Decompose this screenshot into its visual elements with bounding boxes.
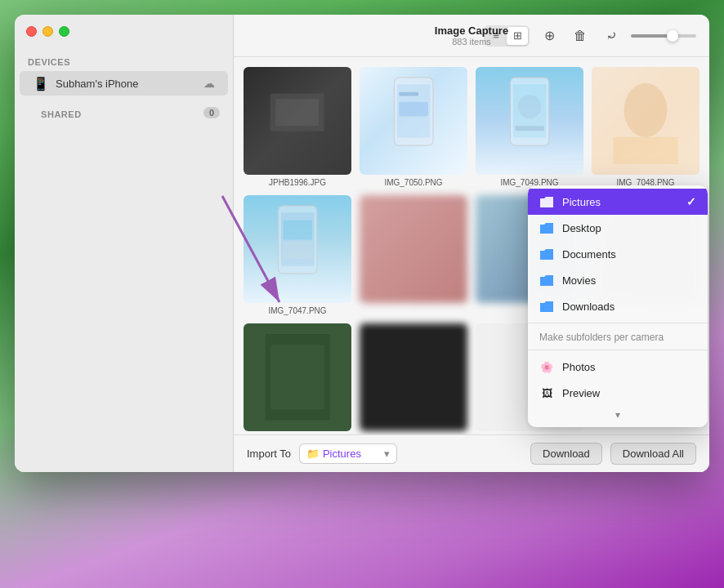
downloads-folder-icon [539,299,554,314]
toolbar-right: ≡ ⊞ ⊕ 🗑 ⤾ [484,24,696,47]
cloud-icon: ☁ [203,77,215,90]
photo-thumb-img7047 [244,195,351,303]
image-capture-window: DEVICES 📱 Subham's iPhone ☁ SHARED 0 Ima… [15,15,709,472]
checkmark-icon: ✓ [686,195,696,208]
photo-thumb-blurred1 [360,195,467,303]
photo-item-img7047[interactable]: IMG_7047.PNG [244,195,351,315]
svg-rect-17 [283,241,312,258]
dropdown-desktop-label: Desktop [562,222,601,234]
photo-label-img7047: IMG_7047.PNG [268,306,326,315]
svg-rect-10 [515,126,544,131]
rotate-btn[interactable]: ⤾ [600,24,623,47]
svg-rect-6 [399,91,418,96]
sidebar: DEVICES 📱 Subham's iPhone ☁ SHARED 0 [15,15,234,472]
movies-folder-icon [539,273,554,287]
dropdown-item-photos-app[interactable]: 🌸 Photos [528,354,708,380]
trash-icon: 🗑 [574,29,587,43]
selected-folder-label: Pictures [323,448,361,460]
grid-view-icon: ⊞ [513,29,522,42]
devices-section-label: DEVICES [15,51,233,70]
desktop: DEVICES 📱 Subham's iPhone ☁ SHARED 0 Ima… [0,0,724,588]
dropdown-photos-label: Photos [562,361,595,373]
dropdown-chevron-icon: ▾ [384,448,390,460]
minimize-button[interactable] [42,26,53,37]
desktop-folder-icon [539,220,554,235]
svg-rect-2 [278,134,317,138]
delete-btn[interactable]: 🗑 [569,24,592,47]
photo-thumb-jphb1996 [244,67,351,175]
close-button[interactable] [26,26,37,37]
photo-item-img7049[interactable]: IMG_7049.PNG [476,67,583,187]
subfolders-section-label: Make subfolders per camera [528,327,708,346]
shared-count-badge: 0 [203,107,220,118]
dropdown-movies-label: Movies [562,274,596,287]
pictures-folder-icon [539,194,554,209]
dropdown-item-preview-app[interactable]: 🖼 Preview [528,380,708,406]
svg-rect-19 [270,345,324,409]
iphone-icon: 📱 [33,75,49,91]
sidebar-item-iphone[interactable]: 📱 Subham's iPhone ☁ [20,71,228,96]
photos-app-icon: 🌸 [539,359,554,374]
svg-rect-13 [613,137,677,164]
photo-item-img7048[interactable]: IMG_7048.PNG [592,67,699,187]
photo-label-jphb1996: JPHB1996.JPG [269,178,326,187]
rotate-icon: ⤾ [606,28,617,43]
photo-thumb-img7048 [592,67,699,175]
dropdown-item-pictures[interactable]: Pictures ✓ [528,189,708,215]
dropdown-item-movies[interactable]: Movies [528,267,708,293]
shared-section-label: SHARED [28,103,95,122]
device-name: Subham's iPhone [56,78,139,90]
import-to-label: Import To [247,448,291,460]
traffic-lights [26,26,69,37]
photo-item-img7050[interactable]: IMG_7050.PNG [360,67,467,187]
documents-folder-icon [539,247,554,261]
dropdown-preview-label: Preview [562,387,600,399]
dropdown-item-desktop[interactable]: Desktop [528,215,708,241]
download-button[interactable]: Download [530,443,602,465]
bottom-bar: Import To 📁 Pictures ▾ Download Download… [234,434,709,472]
svg-point-9 [518,95,542,118]
dropdown-item-documents[interactable]: Documents [528,241,708,267]
svg-rect-16 [283,220,312,239]
zoom-slider-area [631,34,696,38]
import-dropdown[interactable]: 📁 Pictures ▾ [299,443,397,464]
photo-thumb-img7050 [360,67,467,175]
item-count: 883 items [435,37,508,47]
download-all-button[interactable]: Download All [610,443,696,465]
title-area: Image Capture 883 items [435,24,508,47]
selected-folder-icon: 📁 [306,448,320,460]
shared-section: SHARED 0 [15,96,233,126]
dropdown-documents-label: Documents [562,248,616,261]
grid-view-btn[interactable]: ⊞ [507,27,528,45]
dropdown-divider-1 [528,323,708,323]
import-folder-dropdown-menu: Pictures ✓ Desktop [528,185,708,427]
photo-item-row3-1[interactable] [244,323,351,434]
dropdown-item-downloads[interactable]: Downloads [528,293,708,319]
slider-thumb [667,30,678,42]
zoom-slider[interactable] [631,34,696,38]
dropdown-downloads-label: Downloads [562,301,615,313]
dropdown-more-btn[interactable]: ▾ [528,406,708,424]
svg-rect-5 [399,101,428,116]
dropdown-pictures-label: Pictures [562,196,601,208]
svg-rect-1 [276,100,320,127]
more-options-icon: ⊕ [544,28,555,43]
main-content: Image Capture 883 items ≡ ⊞ ⊕ [234,15,709,472]
svg-point-12 [624,83,668,137]
chevron-down-icon: ▾ [615,409,620,421]
photo-label-img7050: IMG_7050.PNG [384,178,442,187]
window-title: Image Capture [435,24,508,37]
photo-item-row3-2[interactable] [360,323,467,434]
preview-app-icon: 🖼 [539,385,554,400]
dropdown-divider-2 [528,350,708,350]
photo-thumb-row3-1 [244,323,351,431]
maximize-button[interactable] [59,26,69,37]
photo-item-blurred1[interactable] [360,195,467,315]
toolbar: Image Capture 883 items ≡ ⊞ ⊕ [234,15,709,57]
photo-thumb-row3-2 [360,323,467,431]
photo-thumb-img7049 [476,67,583,175]
photo-item-jphb1996[interactable]: JPHB1996.JPG [244,67,351,187]
more-options-btn[interactable]: ⊕ [538,24,561,47]
